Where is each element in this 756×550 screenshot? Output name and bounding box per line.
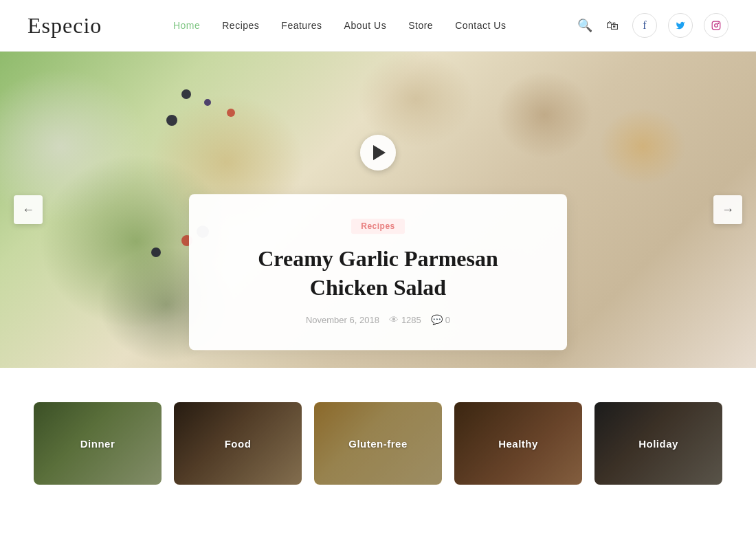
svg-point-1 — [715, 24, 718, 28]
holiday-label: Holiday — [638, 438, 678, 450]
recipe-badge[interactable]: Recipes — [351, 219, 405, 234]
hero-meta: November 6, 2018 👁 1285 💬 0 — [230, 314, 526, 325]
categories-section: Dinner Food Gluten-free Healthy Holiday — [0, 368, 756, 512]
nav-store[interactable]: Store — [408, 20, 433, 31]
categories-grid: Dinner Food Gluten-free Healthy Holiday — [27, 402, 729, 485]
play-button[interactable] — [360, 135, 396, 170]
healthy-label: Healthy — [498, 438, 538, 450]
food-label: Food — [225, 438, 252, 450]
category-food[interactable]: Food — [174, 402, 302, 485]
facebook-button[interactable]: f — [632, 13, 657, 38]
header: Especio Home Recipes Features About Us S… — [0, 0, 756, 52]
category-holiday[interactable]: Holiday — [594, 402, 722, 485]
category-gluten-free[interactable]: Gluten-free — [314, 402, 442, 485]
berry-deco — [204, 99, 211, 106]
next-arrow[interactable]: → — [713, 195, 742, 224]
hero-title: Creamy Garlic Parmesan Chicken Salad — [230, 245, 526, 302]
berry-deco — [166, 115, 177, 126]
cart-button[interactable]: 🛍 — [606, 19, 619, 33]
nav-home[interactable]: Home — [173, 20, 200, 31]
nav-recipes[interactable]: Recipes — [222, 20, 259, 31]
hero-date: November 6, 2018 — [306, 315, 379, 325]
hero-section: ← → Recipes Creamy Garlic Parmesan Chick… — [0, 52, 756, 368]
search-button[interactable]: 🔍 — [577, 18, 592, 33]
category-dinner[interactable]: Dinner — [34, 402, 162, 485]
twitter-button[interactable] — [668, 13, 693, 38]
gluten-label: Gluten-free — [348, 438, 408, 450]
comments-icon: 💬 — [431, 314, 443, 325]
svg-rect-0 — [712, 21, 720, 30]
category-healthy[interactable]: Healthy — [454, 402, 582, 485]
hero-comments: 💬 0 — [431, 314, 450, 325]
header-actions: 🔍 🛍 f — [577, 13, 729, 38]
berry-deco — [227, 109, 235, 117]
prev-arrow[interactable]: ← — [14, 195, 43, 224]
main-nav: Home Recipes Features About Us Store Con… — [173, 20, 507, 31]
views-icon: 👁 — [389, 314, 399, 325]
nav-about[interactable]: About Us — [344, 20, 387, 31]
dinner-label: Dinner — [80, 438, 115, 450]
nav-features[interactable]: Features — [281, 20, 322, 31]
logo[interactable]: Especio — [27, 13, 102, 38]
hero-card: Recipes Creamy Garlic Parmesan Chicken S… — [189, 194, 567, 350]
svg-point-2 — [718, 23, 719, 23]
instagram-button[interactable] — [704, 13, 729, 38]
hero-views: 👁 1285 — [389, 314, 421, 325]
nav-contact[interactable]: Contact Us — [455, 20, 506, 31]
